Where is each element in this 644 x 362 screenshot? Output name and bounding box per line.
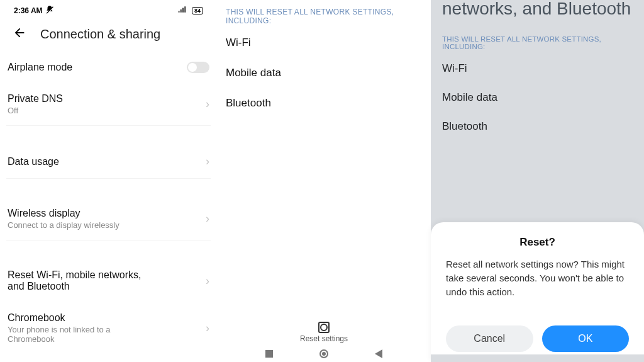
wireless-display-label: Wireless display: [8, 208, 119, 219]
settings-connection-panel: 2:36 AM 84 Connection & sharing Airplane…: [0, 0, 217, 362]
nav-back-icon[interactable]: [375, 349, 382, 358]
chevron-right-icon: ›: [206, 274, 209, 288]
airplane-mode-label: Airplane mode: [8, 62, 72, 73]
reset-networks-label: Reset Wi-Fi, mobile networks, and Blueto…: [8, 269, 158, 292]
nav-home-icon[interactable]: [319, 349, 328, 358]
dialog-title: Reset?: [446, 236, 629, 249]
reset-info-panel: THIS WILL RESET ALL NETWORK SETTINGS, IN…: [217, 0, 431, 362]
reset-networks-row[interactable]: Reset Wi-Fi, mobile networks, and Blueto…: [6, 259, 211, 302]
chevron-right-icon: ›: [206, 212, 209, 225]
ok-button[interactable]: OK: [542, 325, 630, 352]
private-dns-sub: Off: [8, 106, 63, 115]
signal-icon: [178, 6, 188, 15]
list-item: Mobile data: [226, 58, 422, 88]
chevron-right-icon: ›: [206, 98, 209, 111]
chromebook-sub: Your phone is not linked to a Chromebook: [8, 325, 158, 344]
airplane-mode-toggle[interactable]: [187, 62, 209, 73]
status-bar: 2:36 AM 84: [6, 0, 211, 18]
reset-confirm-panel: networks, and Bluetooth THIS WILL RESET …: [431, 0, 644, 362]
list-item: Wi-Fi: [226, 28, 422, 58]
reset-icon: [318, 322, 330, 333]
list-item: Mobile data: [442, 83, 633, 112]
ringer-off-icon: [45, 5, 54, 16]
nav-recent-icon[interactable]: [265, 350, 273, 358]
page-title: Connection & sharing: [40, 27, 160, 42]
data-usage-label: Data usage: [8, 156, 59, 167]
confirm-dialog: Reset? Reset all network settings now? T…: [431, 222, 644, 362]
status-time: 2:36 AM: [14, 6, 43, 15]
list-item: Bluetooth: [442, 112, 633, 141]
wireless-display-row[interactable]: Wireless display Connect to a display wi…: [6, 198, 211, 240]
chevron-right-icon: ›: [206, 155, 209, 168]
chromebook-row[interactable]: Chromebook Your phone is not linked to a…: [6, 302, 211, 354]
cancel-button[interactable]: Cancel: [446, 325, 533, 352]
battery-icon: 84: [192, 7, 203, 14]
reset-caption: THIS WILL RESET ALL NETWORK SETTINGS, IN…: [442, 18, 633, 54]
list-item: Bluetooth: [226, 88, 422, 118]
nav-bar: [217, 346, 431, 362]
private-dns-row[interactable]: Private DNS Off ›: [6, 83, 211, 126]
dialog-body: Reset all network settings now? This mig…: [446, 257, 629, 318]
data-usage-row[interactable]: Data usage ›: [6, 145, 211, 179]
wireless-display-sub: Connect to a display wirelessly: [8, 220, 119, 230]
reset-settings-label: Reset settings: [300, 334, 348, 343]
page-header: Connection & sharing: [6, 18, 211, 52]
list-item: Wi-Fi: [442, 54, 633, 83]
bottom-gap: [431, 354, 644, 362]
chromebook-label: Chromebook: [8, 312, 158, 324]
reset-settings-button[interactable]: Reset settings: [217, 322, 431, 343]
reset-caption: THIS WILL RESET ALL NETWORK SETTINGS, IN…: [226, 4, 422, 28]
private-dns-label: Private DNS: [8, 93, 63, 105]
airplane-mode-row[interactable]: Airplane mode: [6, 52, 211, 83]
chevron-right-icon: ›: [206, 322, 209, 335]
page-title-partial: networks, and Bluetooth: [442, 0, 633, 18]
back-icon[interactable]: [13, 26, 26, 43]
